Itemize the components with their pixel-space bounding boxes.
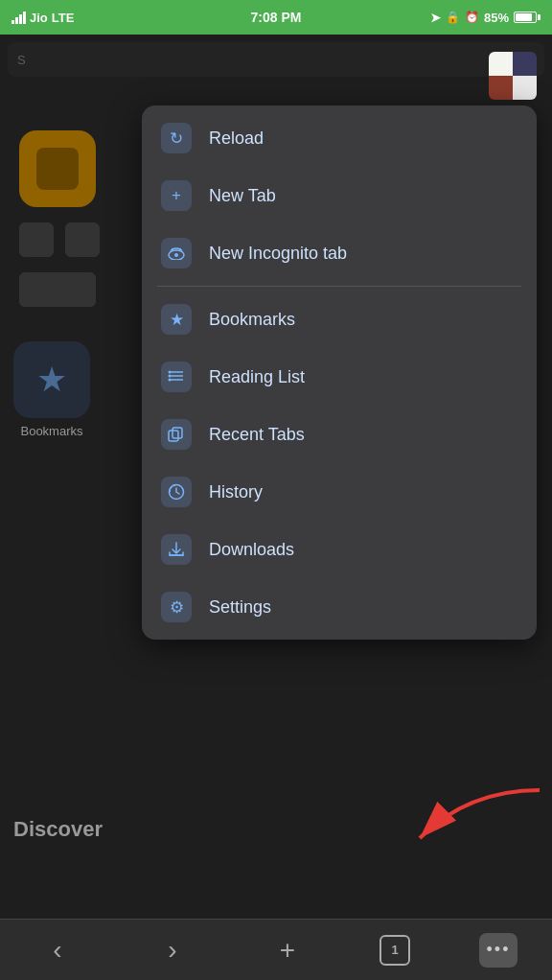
recent-tabs-label: Recent Tabs	[209, 425, 305, 445]
reload-icon: ↻	[161, 123, 192, 153]
bottom-nav: ‹ › + 1 •••	[0, 919, 552, 980]
svg-point-8	[169, 375, 172, 378]
back-button[interactable]: ‹	[34, 927, 80, 973]
location-icon: ➤	[430, 11, 441, 25]
menu-item-incognito[interactable]: New Incognito tab	[142, 224, 537, 282]
menu-item-history[interactable]: History	[142, 463, 537, 521]
network-type: LTE	[52, 11, 75, 25]
battery-percent: 85%	[484, 11, 509, 25]
mini-icon-2	[65, 222, 100, 257]
tab-count-label: 1	[391, 943, 398, 957]
svg-point-9	[169, 379, 172, 382]
app-icons-area	[19, 130, 100, 307]
app-icon-yellow	[19, 130, 96, 207]
add-tab-button[interactable]: +	[264, 927, 310, 973]
menu-item-new-tab[interactable]: + New Tab	[142, 167, 537, 224]
more-menu-button[interactable]: •••	[479, 933, 518, 968]
status-bar: Jio LTE 7:08 PM ➤ 🔒 ⏰ 85%	[0, 0, 552, 35]
menu-item-settings[interactable]: ⚙ Settings	[142, 578, 537, 636]
avatar-quad-4	[513, 76, 537, 100]
menu-item-recent-tabs[interactable]: Recent Tabs	[142, 406, 537, 463]
mini-icons-row-2	[19, 272, 100, 307]
signal-icon	[12, 11, 26, 24]
new-tab-label: New Tab	[209, 186, 276, 206]
svg-point-7	[169, 371, 172, 374]
carrier-name: Jio	[30, 11, 48, 25]
battery-icon	[514, 12, 540, 23]
mini-icon-3	[19, 272, 96, 307]
bookmarks-label: Bookmarks	[20, 424, 82, 438]
menu-item-reload[interactable]: ↻ Reload	[142, 109, 537, 167]
svg-point-2	[172, 248, 173, 250]
settings-label: Settings	[209, 597, 271, 618]
status-left: Jio LTE	[12, 11, 74, 25]
svg-rect-11	[172, 428, 182, 438]
svg-point-3	[179, 248, 181, 250]
add-icon: +	[280, 935, 295, 966]
reload-label: Reload	[209, 128, 264, 149]
bookmarks-menu-label: Bookmarks	[209, 310, 295, 330]
bookmarks-app-icon: ★	[13, 341, 90, 418]
avatar-quad-3	[489, 76, 513, 100]
profile-avatar[interactable]	[489, 52, 537, 100]
bookmarks-menu-icon: ★	[161, 304, 192, 335]
alarm-icon: ⏰	[465, 11, 479, 24]
menu-item-bookmarks[interactable]: ★ Bookmarks	[142, 291, 537, 348]
avatar-quad-2	[513, 52, 537, 76]
bookmarks-star-icon: ★	[36, 360, 67, 400]
downloads-icon	[161, 534, 192, 565]
incognito-icon	[161, 238, 192, 268]
settings-icon: ⚙	[161, 592, 192, 622]
more-icon: •••	[487, 940, 511, 960]
tab-count-button[interactable]: 1	[380, 935, 410, 966]
menu-item-downloads[interactable]: Downloads	[142, 521, 537, 578]
recent-tabs-icon	[161, 419, 192, 450]
mini-icons-row	[19, 222, 100, 257]
reading-list-label: Reading List	[209, 367, 305, 387]
discover-text: Discover	[13, 817, 103, 842]
menu-item-reading-list[interactable]: Reading List	[142, 348, 537, 406]
svg-rect-10	[169, 431, 178, 441]
history-icon	[161, 477, 192, 507]
incognito-label: New Incognito tab	[209, 244, 347, 264]
menu-section-2: ★ Bookmarks Reading List	[142, 287, 537, 640]
dropdown-menu: ↻ Reload + New Tab New Incognito tab ★	[142, 105, 537, 640]
status-right: ➤ 🔒 ⏰ 85%	[430, 11, 540, 25]
status-time: 7:08 PM	[251, 10, 302, 25]
forward-icon: ›	[168, 935, 176, 966]
avatar-quad-1	[489, 52, 513, 76]
bookmarks-icon-area: ★ Bookmarks	[13, 341, 90, 438]
menu-section-1: ↻ Reload + New Tab New Incognito tab	[142, 105, 537, 286]
history-label: History	[209, 482, 263, 502]
back-icon: ‹	[53, 935, 61, 966]
downloads-label: Downloads	[209, 540, 294, 560]
lock-icon: 🔒	[446, 11, 460, 24]
forward-button[interactable]: ›	[150, 927, 196, 973]
tab-item: S	[8, 42, 544, 77]
svg-point-1	[174, 253, 178, 257]
mini-icon-1	[19, 222, 54, 257]
tab-strip: S	[8, 42, 544, 81]
new-tab-icon: +	[161, 180, 192, 211]
reading-list-icon	[161, 362, 192, 392]
